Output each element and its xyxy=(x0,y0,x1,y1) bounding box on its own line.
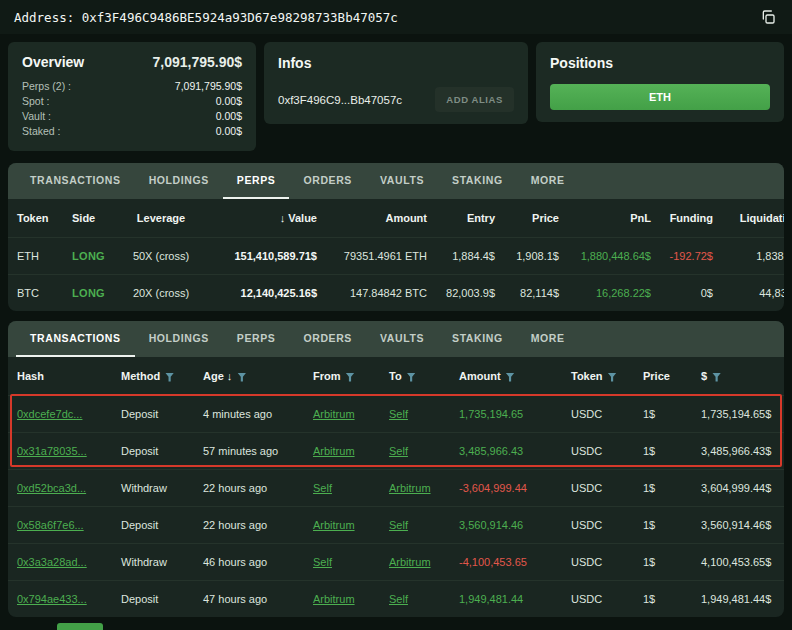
perps-tabstrip: TRANSACTIONS HOLDINGS PERPS ORDERS VAULT… xyxy=(8,163,784,199)
overview-title: Overview xyxy=(22,54,84,70)
col-liquidation[interactable]: Liquidation xyxy=(722,199,784,238)
tab-staking[interactable]: STAKING xyxy=(438,163,517,199)
tx-to-link[interactable]: Arbitrum xyxy=(389,482,431,494)
tx-from-link[interactable]: Arbitrum xyxy=(313,519,355,531)
table-row[interactable]: 0x794ae433... Deposit 47 hours ago Arbit… xyxy=(8,581,784,618)
perp-price: 1,908.1$ xyxy=(504,238,568,275)
tab-more[interactable]: MORE xyxy=(517,163,579,199)
filter-icon[interactable] xyxy=(165,373,174,382)
tx-hash-link[interactable]: 0x794ae433... xyxy=(17,593,87,605)
tab-more[interactable]: MORE xyxy=(517,321,579,357)
col-leverage[interactable]: Leverage xyxy=(118,199,204,238)
table-row[interactable]: 0x58a6f7e6... Deposit 22 hours ago Arbit… xyxy=(8,507,784,544)
tab-orders[interactable]: ORDERS xyxy=(289,321,366,357)
col-to[interactable]: To xyxy=(380,357,450,396)
partial-bottom-button[interactable] xyxy=(57,623,103,630)
filter-icon[interactable] xyxy=(237,373,246,382)
tx-price: 1$ xyxy=(634,433,692,470)
filter-icon[interactable] xyxy=(608,373,617,382)
tab-holdings[interactable]: HOLDINGS xyxy=(135,321,223,357)
tx-token: USDC xyxy=(562,581,634,618)
sort-desc-icon: ↓ xyxy=(227,370,233,382)
tx-amount: 1,735,194.65 xyxy=(450,396,562,433)
perps-row-eth[interactable]: ETH LONG 50X (cross) 151,410,589.71$ 793… xyxy=(8,238,784,275)
col-price[interactable]: Price xyxy=(504,199,568,238)
tab-holdings[interactable]: HOLDINGS xyxy=(135,163,223,199)
tx-to-link[interactable]: Self xyxy=(389,593,408,605)
tx-to-link[interactable]: Self xyxy=(389,408,408,420)
col-funding[interactable]: Funding xyxy=(660,199,722,238)
table-row[interactable]: 0xd52bca3d... Withdraw 22 hours ago Self… xyxy=(8,470,784,507)
tab-transactions[interactable]: TRANSACTIONS xyxy=(16,163,135,199)
tab-vaults[interactable]: VAULTS xyxy=(366,321,438,357)
position-eth-button[interactable]: ETH xyxy=(550,84,770,110)
tx-price: 1$ xyxy=(634,544,692,581)
tx-age: 47 hours ago xyxy=(194,581,304,618)
table-row[interactable]: 0x3a3a28ad... Withdraw 46 hours ago Self… xyxy=(8,544,784,581)
col-amount[interactable]: Amount xyxy=(450,357,562,396)
col-method[interactable]: Method xyxy=(112,357,194,396)
tx-age: 46 hours ago xyxy=(194,544,304,581)
tx-hash-link[interactable]: 0xd52bca3d... xyxy=(17,482,86,494)
tx-to-link[interactable]: Self xyxy=(389,519,408,531)
tx-from-link[interactable]: Self xyxy=(313,556,332,568)
sort-desc-icon: ↓ xyxy=(280,212,286,224)
col-value[interactable]: ↓ Value xyxy=(204,199,326,238)
tx-from-link[interactable]: Arbitrum xyxy=(313,408,355,420)
filter-icon[interactable] xyxy=(506,373,515,382)
filter-icon[interactable] xyxy=(712,373,721,382)
tx-to-link[interactable]: Arbitrum xyxy=(389,556,431,568)
col-pnl[interactable]: PnL xyxy=(568,199,660,238)
col-entry[interactable]: Entry xyxy=(436,199,504,238)
tab-vaults[interactable]: VAULTS xyxy=(366,163,438,199)
tx-from-link[interactable]: Arbitrum xyxy=(313,593,355,605)
col-amount[interactable]: Amount xyxy=(326,199,436,238)
col-price[interactable]: Price xyxy=(634,357,692,396)
col-hash[interactable]: Hash xyxy=(8,357,112,396)
overview-row-perps: Perps (2) : 7,091,795.90$ xyxy=(22,79,242,94)
perp-value: 151,410,589.71$ xyxy=(204,238,326,275)
overview-vault-label: Vault : xyxy=(22,109,51,124)
perp-pnl: 16,268.22$ xyxy=(568,275,660,312)
col-amount-label: Amount xyxy=(459,370,501,382)
copy-address-button[interactable] xyxy=(758,7,778,27)
col-token[interactable]: Token xyxy=(8,199,63,238)
tab-orders[interactable]: ORDERS xyxy=(289,163,366,199)
perp-funding: -192.72$ xyxy=(660,238,722,275)
tx-price: 1$ xyxy=(634,396,692,433)
tab-perps[interactable]: PERPS xyxy=(223,163,290,199)
tx-method: Deposit xyxy=(112,433,194,470)
tab-staking[interactable]: STAKING xyxy=(438,321,517,357)
tx-hash-link[interactable]: 0xdcefe7dc... xyxy=(17,408,82,420)
col-side[interactable]: Side xyxy=(63,199,118,238)
col-usd[interactable]: $ xyxy=(692,357,784,396)
tx-to-link[interactable]: Self xyxy=(389,445,408,457)
tab-transactions[interactable]: TRANSACTIONS xyxy=(16,321,135,357)
tab-perps[interactable]: PERPS xyxy=(223,321,290,357)
tx-usd: 1,949,481.44$ xyxy=(692,581,784,618)
tx-from-link[interactable]: Arbitrum xyxy=(313,445,355,457)
perps-table: Token Side Leverage ↓ Value Amount Entry… xyxy=(8,199,784,311)
tx-from-link[interactable]: Self xyxy=(313,482,332,494)
col-age[interactable]: Age ↓ xyxy=(194,357,304,396)
tx-token: USDC xyxy=(562,470,634,507)
perp-token: BTC xyxy=(8,275,63,312)
add-alias-button[interactable]: ADD ALIAS xyxy=(435,87,514,112)
overview-spot-value: 0.00$ xyxy=(216,94,242,109)
tx-header-row: Hash Method Age ↓ From To Amount Token P… xyxy=(8,357,784,396)
transactions-table: Hash Method Age ↓ From To Amount Token P… xyxy=(8,357,784,617)
tx-method: Withdraw xyxy=(112,470,194,507)
tx-hash-link[interactable]: 0x3a3a28ad... xyxy=(17,556,87,568)
filter-icon[interactable] xyxy=(346,373,355,382)
col-token[interactable]: Token xyxy=(562,357,634,396)
perps-row-btc[interactable]: BTC LONG 20X (cross) 12,140,425.16$ 147.… xyxy=(8,275,784,312)
col-from[interactable]: From xyxy=(304,357,380,396)
filter-icon[interactable] xyxy=(407,373,416,382)
overview-spot-label: Spot : xyxy=(22,94,49,109)
tx-hash-link[interactable]: 0x58a6f7e6... xyxy=(17,519,84,531)
tx-usd: 3,604,999.44$ xyxy=(692,470,784,507)
tx-hash-link[interactable]: 0x31a78035... xyxy=(17,445,87,457)
table-row[interactable]: 0x31a78035... Deposit 57 minutes ago Arb… xyxy=(8,433,784,470)
positions-card: Positions ETH xyxy=(536,42,784,122)
table-row[interactable]: 0xdcefe7dc... Deposit 4 minutes ago Arbi… xyxy=(8,396,784,433)
